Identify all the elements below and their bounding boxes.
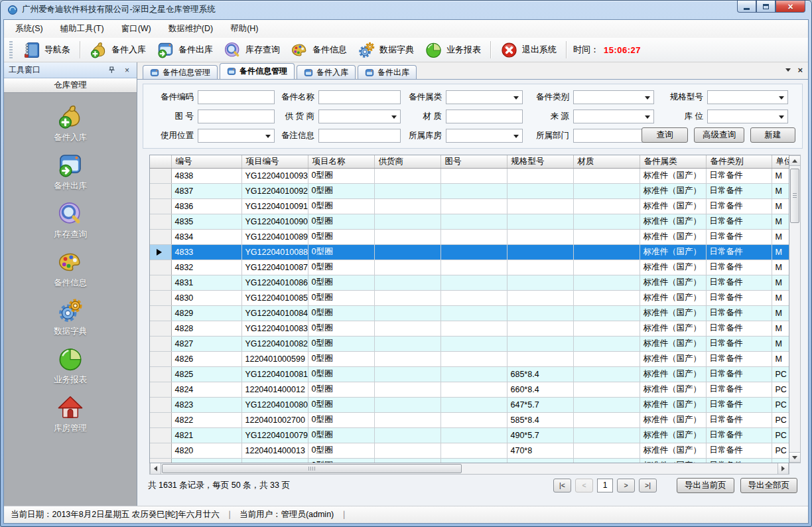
table-row[interactable]: 4836YG122040100910型圈标准件（国产）日常备件M <box>150 198 789 214</box>
column-header-7[interactable]: 备件属类 <box>640 155 706 168</box>
scroll-down-button[interactable] <box>789 452 800 463</box>
table-cell: M <box>772 351 789 366</box>
field-source[interactable] <box>573 110 654 123</box>
menu-item-window[interactable]: 窗口(W) <box>113 20 160 38</box>
toolbar-button-exit[interactable]: 退出系统 <box>495 39 562 61</box>
status-separator: ｜ <box>340 509 348 520</box>
export-all-pages-button[interactable]: 导出全部页 <box>740 478 798 493</box>
toolbar-button-navigator[interactable]: 导航条 <box>17 39 76 61</box>
sidebar-item-warehouse[interactable]: 库房管理 <box>27 394 113 434</box>
new-button[interactable]: 新建 <box>750 127 795 143</box>
table-row[interactable]: 4823YG122040100800型圈647*5.7标准件（国产）日常备件PC <box>150 397 789 412</box>
pin-icon[interactable] <box>107 65 117 75</box>
menu-item-help[interactable]: 帮助(H) <box>222 20 267 38</box>
tab-1-active[interactable]: 备件信息管理 <box>220 63 295 79</box>
page-number-box[interactable]: 1 <box>597 479 613 492</box>
advanced-query-button[interactable]: 高级查询 <box>694 127 744 143</box>
sidebar-item-stock-query[interactable]: 库存查询 <box>27 200 113 240</box>
field-warehouse[interactable] <box>446 129 523 143</box>
menu-item-aux-tools[interactable]: 辅助工具(T) <box>52 20 113 38</box>
table-row[interactable]: 4831YG122040100860型圈标准件（国产）日常备件M <box>150 275 789 290</box>
horizontal-scroll-thumb[interactable] <box>162 464 462 473</box>
title-bar[interactable]: 广州爱奇迪软件科技有限公司-深田之星仓库管理系统 <box>1 1 811 19</box>
field-location[interactable] <box>707 110 788 123</box>
vertical-scrollbar[interactable] <box>789 155 801 463</box>
table-row[interactable]: 4828YG122040100830型圈标准件（国产）日常备件M <box>150 321 789 336</box>
field-use-position[interactable] <box>198 129 275 143</box>
scroll-right-button[interactable] <box>778 463 789 474</box>
minimize-button[interactable] <box>737 1 756 13</box>
column-header-3[interactable]: 供货商 <box>374 155 440 168</box>
toolbar-grip[interactable] <box>9 41 13 58</box>
field-part-name[interactable] <box>318 90 401 104</box>
horizontal-scrollbar[interactable] <box>149 463 789 475</box>
table-row[interactable]: 4827YG122040100820型圈标准件（国产）日常备件M <box>150 336 789 351</box>
table-row[interactable]: 4838YG122040100930型圈标准件（国产）日常备件M <box>150 168 789 183</box>
column-header-5[interactable]: 规格型号 <box>507 155 573 168</box>
column-header-0[interactable]: 编号 <box>171 155 241 168</box>
tab-close-icon[interactable]: × <box>797 66 803 74</box>
field-supplier[interactable] <box>318 110 401 123</box>
table-row[interactable]: 4832YG122040100870型圈标准件（国产）日常备件M <box>150 260 789 275</box>
table-row[interactable]: 4837YG122040100920型圈标准件（国产）日常备件M <box>150 183 789 198</box>
table-row[interactable]: 4829YG122040100840型圈标准件（国产）日常备件M <box>150 305 789 321</box>
toolbar-button-parts-in[interactable]: 备件入库 <box>84 39 151 61</box>
table-row[interactable]: 482412204014000120型圈660*8.4标准件（国产）日常备件PC <box>150 382 789 397</box>
page-first-button[interactable]: |< <box>553 479 571 492</box>
field-material[interactable] <box>446 110 523 123</box>
field-drawing-no[interactable] <box>198 110 275 123</box>
table-row[interactable]: 0型圈标准件（国产）日常备件 <box>150 458 789 463</box>
vertical-scroll-track[interactable] <box>789 166 800 452</box>
page-prev-button[interactable]: < <box>575 479 593 492</box>
menu-item-data-maintain[interactable]: 数据维护(D) <box>160 20 222 38</box>
toolbar-button-parts-info[interactable]: 备件信息 <box>285 39 352 61</box>
column-header-8[interactable]: 备件类别 <box>706 155 772 168</box>
table-row[interactable]: 4833YG122040100880型圈标准件（国产）日常备件M <box>150 244 789 260</box>
column-header-6[interactable]: 材质 <box>573 155 640 168</box>
toolbar-button-stock-query[interactable]: 库存查询 <box>218 39 285 61</box>
table-row[interactable]: 4825YG122040100810型圈685*8.4标准件（国产）日常备件PC <box>150 366 789 382</box>
vertical-scroll-thumb[interactable] <box>790 169 799 223</box>
menu-item-system[interactable]: 系统(S) <box>7 20 52 38</box>
field-remark[interactable] <box>318 129 401 143</box>
sidebar-item-parts-info[interactable]: 备件信息 <box>27 249 113 289</box>
tab-3[interactable]: 备件出库 <box>358 65 417 79</box>
horizontal-scroll-track[interactable] <box>161 463 778 474</box>
arrow-up-icon <box>792 159 797 163</box>
sidebar-item-parts-in[interactable]: 备件入库 <box>27 104 113 143</box>
field-part-code[interactable] <box>198 90 275 104</box>
field-part-type[interactable] <box>573 90 654 104</box>
tab-2[interactable]: 备件入库 <box>297 65 356 79</box>
table-row[interactable]: 4834YG122040100890型圈标准件（国产）日常备件M <box>150 229 789 244</box>
sidebar-section-title[interactable]: 仓库管理 <box>4 78 137 93</box>
toolbar-button-data-dict[interactable]: 数据字典 <box>352 39 419 61</box>
toolbar-button-parts-out[interactable]: 备件出库 <box>151 39 218 61</box>
chevron-down-icon[interactable] <box>785 68 791 72</box>
table-row[interactable]: 4830YG122040100850型圈标准件（国产）日常备件M <box>150 290 789 305</box>
column-header-9[interactable]: 单位 <box>772 155 789 168</box>
table-row[interactable]: 4835YG122040100900型圈标准件（国产）日常备件M <box>150 214 789 229</box>
scroll-up-button[interactable] <box>789 155 800 166</box>
sidebar-item-reports[interactable]: 业务报表 <box>27 346 113 386</box>
field-spec-model[interactable] <box>707 90 788 104</box>
tab-0[interactable]: 备件信息管理 <box>143 65 218 79</box>
table-row[interactable]: 482212204010027000型圈585*8.4标准件（国产）日常备件PC <box>150 412 789 427</box>
scroll-left-button[interactable] <box>150 463 161 474</box>
page-next-button[interactable]: > <box>617 479 635 492</box>
field-part-category[interactable] <box>446 90 523 104</box>
column-header-4[interactable]: 图号 <box>440 155 507 168</box>
maximize-button[interactable] <box>756 1 776 13</box>
export-current-page-button[interactable]: 导出当前页 <box>677 478 734 493</box>
column-header-1[interactable]: 项目编号 <box>241 155 308 168</box>
table-row[interactable]: 482012204014000130型圈470*8标准件（国产）日常备件PC <box>150 443 789 458</box>
query-button[interactable]: 查询 <box>642 127 688 143</box>
sidebar-item-data-dict[interactable]: 数据字典 <box>27 297 113 337</box>
column-header-2[interactable]: 项目名称 <box>308 155 374 168</box>
sidebar-item-parts-out[interactable]: 备件出库 <box>27 152 113 192</box>
toolbar-button-reports[interactable]: 业务报表 <box>419 39 486 61</box>
page-last-button[interactable]: >| <box>639 479 657 492</box>
close-button[interactable]: × <box>776 1 805 13</box>
table-row[interactable]: 482612204010005990型圈标准件（国产）日常备件M <box>150 351 789 366</box>
sidebar-close-icon[interactable]: × <box>122 65 132 75</box>
table-row[interactable]: 4821YG122040100790型圈490*5.7标准件（国产）日常备件PC <box>150 427 789 443</box>
